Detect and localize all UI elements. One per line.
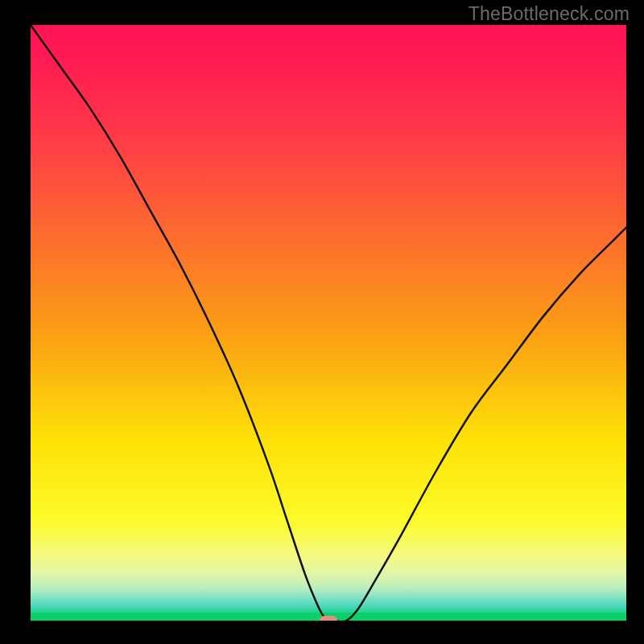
curve-svg	[31, 25, 626, 621]
minimum-marker	[320, 616, 337, 621]
chart-frame: TheBottleneck.com	[0, 0, 644, 644]
watermark-text: TheBottleneck.com	[469, 3, 630, 25]
bottleneck-curve-line	[31, 25, 626, 621]
plot-area	[30, 24, 627, 621]
